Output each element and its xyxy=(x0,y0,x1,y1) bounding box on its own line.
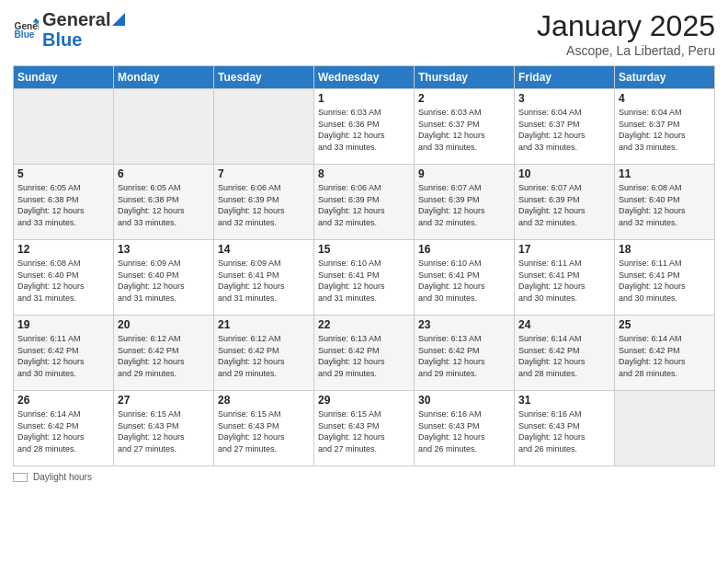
calendar-cell: 31Sunrise: 6:16 AM Sunset: 6:43 PM Dayli… xyxy=(515,391,615,466)
logo-triangle-icon xyxy=(112,13,125,26)
daylight-box-icon xyxy=(13,473,28,482)
day-info: Sunrise: 6:10 AM Sunset: 6:41 PM Dayligh… xyxy=(418,258,510,304)
calendar-cell: 24Sunrise: 6:14 AM Sunset: 6:42 PM Dayli… xyxy=(515,316,615,391)
calendar-cell: 18Sunrise: 6:11 AM Sunset: 6:41 PM Dayli… xyxy=(615,240,715,316)
svg-text:Blue: Blue xyxy=(15,29,35,40)
day-number: 17 xyxy=(518,243,610,256)
day-number: 7 xyxy=(218,167,310,180)
day-info: Sunrise: 6:13 AM Sunset: 6:42 PM Dayligh… xyxy=(418,333,510,379)
day-info: Sunrise: 6:15 AM Sunset: 6:43 PM Dayligh… xyxy=(118,408,210,454)
calendar-row: 5Sunrise: 6:05 AM Sunset: 6:38 PM Daylig… xyxy=(14,165,715,240)
day-number: 3 xyxy=(518,92,610,105)
logo: General Blue General Blue xyxy=(13,9,125,50)
day-info: Sunrise: 6:15 AM Sunset: 6:43 PM Dayligh… xyxy=(318,408,410,454)
calendar-cell xyxy=(114,89,214,165)
day-number: 2 xyxy=(418,92,510,105)
day-info: Sunrise: 6:05 AM Sunset: 6:38 PM Dayligh… xyxy=(118,182,210,228)
calendar-cell: 10Sunrise: 6:07 AM Sunset: 6:39 PM Dayli… xyxy=(515,165,615,240)
day-number: 10 xyxy=(518,167,610,180)
day-number: 12 xyxy=(17,243,109,256)
calendar-cell: 21Sunrise: 6:12 AM Sunset: 6:42 PM Dayli… xyxy=(214,316,314,391)
calendar-cell: 13Sunrise: 6:09 AM Sunset: 6:40 PM Dayli… xyxy=(114,240,214,316)
calendar-cell: 2Sunrise: 6:03 AM Sunset: 6:37 PM Daylig… xyxy=(415,89,515,165)
calendar-cell: 28Sunrise: 6:15 AM Sunset: 6:43 PM Dayli… xyxy=(214,391,314,466)
day-info: Sunrise: 6:04 AM Sunset: 6:37 PM Dayligh… xyxy=(619,107,711,153)
col-sunday: Sunday xyxy=(14,66,114,89)
calendar-row: 12Sunrise: 6:08 AM Sunset: 6:40 PM Dayli… xyxy=(14,240,715,316)
calendar-title: January 2025 xyxy=(537,9,715,43)
day-number: 9 xyxy=(418,167,510,180)
day-number: 14 xyxy=(218,243,310,256)
day-info: Sunrise: 6:07 AM Sunset: 6:39 PM Dayligh… xyxy=(518,182,610,228)
calendar-cell: 29Sunrise: 6:15 AM Sunset: 6:43 PM Dayli… xyxy=(314,391,415,466)
day-number: 23 xyxy=(418,318,510,331)
day-number: 26 xyxy=(17,394,109,407)
day-info: Sunrise: 6:10 AM Sunset: 6:41 PM Dayligh… xyxy=(318,258,410,304)
calendar-cell xyxy=(615,391,715,466)
day-number: 21 xyxy=(218,318,310,331)
calendar-cell: 5Sunrise: 6:05 AM Sunset: 6:38 PM Daylig… xyxy=(14,165,114,240)
svg-marker-4 xyxy=(112,13,125,26)
calendar-cell: 12Sunrise: 6:08 AM Sunset: 6:40 PM Dayli… xyxy=(14,240,114,316)
day-number: 5 xyxy=(17,167,109,180)
day-number: 13 xyxy=(118,243,210,256)
calendar-cell: 30Sunrise: 6:16 AM Sunset: 6:43 PM Dayli… xyxy=(415,391,515,466)
day-number: 22 xyxy=(318,318,410,331)
day-number: 24 xyxy=(518,318,610,331)
calendar-cell: 3Sunrise: 6:04 AM Sunset: 6:37 PM Daylig… xyxy=(515,89,615,165)
day-number: 15 xyxy=(318,243,410,256)
col-saturday: Saturday xyxy=(615,66,715,89)
calendar-cell: 20Sunrise: 6:12 AM Sunset: 6:42 PM Dayli… xyxy=(114,316,214,391)
day-info: Sunrise: 6:08 AM Sunset: 6:40 PM Dayligh… xyxy=(619,182,711,228)
calendar-row: 26Sunrise: 6:14 AM Sunset: 6:42 PM Dayli… xyxy=(14,391,715,466)
calendar-cell: 26Sunrise: 6:14 AM Sunset: 6:42 PM Dayli… xyxy=(14,391,114,466)
day-number: 1 xyxy=(318,92,410,105)
day-info: Sunrise: 6:12 AM Sunset: 6:42 PM Dayligh… xyxy=(118,333,210,379)
calendar-cell: 25Sunrise: 6:14 AM Sunset: 6:42 PM Dayli… xyxy=(615,316,715,391)
day-info: Sunrise: 6:05 AM Sunset: 6:38 PM Dayligh… xyxy=(17,182,109,228)
calendar-cell: 4Sunrise: 6:04 AM Sunset: 6:37 PM Daylig… xyxy=(615,89,715,165)
day-number: 11 xyxy=(619,167,711,180)
day-info: Sunrise: 6:13 AM Sunset: 6:42 PM Dayligh… xyxy=(318,333,410,379)
calendar-cell: 9Sunrise: 6:07 AM Sunset: 6:39 PM Daylig… xyxy=(415,165,515,240)
col-wednesday: Wednesday xyxy=(314,66,415,89)
day-number: 8 xyxy=(318,167,410,180)
footer: Daylight hours xyxy=(13,472,715,482)
calendar-row: 1Sunrise: 6:03 AM Sunset: 6:36 PM Daylig… xyxy=(14,89,715,165)
day-info: Sunrise: 6:06 AM Sunset: 6:39 PM Dayligh… xyxy=(318,182,410,228)
day-info: Sunrise: 6:11 AM Sunset: 6:41 PM Dayligh… xyxy=(518,258,610,304)
day-number: 18 xyxy=(619,243,711,256)
day-info: Sunrise: 6:11 AM Sunset: 6:41 PM Dayligh… xyxy=(619,258,711,304)
calendar-cell: 17Sunrise: 6:11 AM Sunset: 6:41 PM Dayli… xyxy=(515,240,615,316)
day-number: 28 xyxy=(218,394,310,407)
calendar-cell: 14Sunrise: 6:09 AM Sunset: 6:41 PM Dayli… xyxy=(214,240,314,316)
page: General Blue General Blue January 2025 A xyxy=(0,0,728,563)
day-info: Sunrise: 6:14 AM Sunset: 6:42 PM Dayligh… xyxy=(619,333,711,379)
day-number: 19 xyxy=(17,318,109,331)
col-thursday: Thursday xyxy=(415,66,515,89)
day-number: 31 xyxy=(518,394,610,407)
day-info: Sunrise: 6:16 AM Sunset: 6:43 PM Dayligh… xyxy=(418,408,510,454)
calendar-row: 19Sunrise: 6:11 AM Sunset: 6:42 PM Dayli… xyxy=(14,316,715,391)
daylight-label: Daylight hours xyxy=(33,472,92,482)
day-info: Sunrise: 6:06 AM Sunset: 6:39 PM Dayligh… xyxy=(218,182,310,228)
day-number: 20 xyxy=(118,318,210,331)
calendar-cell: 15Sunrise: 6:10 AM Sunset: 6:41 PM Dayli… xyxy=(314,240,415,316)
day-info: Sunrise: 6:12 AM Sunset: 6:42 PM Dayligh… xyxy=(218,333,310,379)
calendar-cell: 19Sunrise: 6:11 AM Sunset: 6:42 PM Dayli… xyxy=(14,316,114,391)
day-info: Sunrise: 6:14 AM Sunset: 6:42 PM Dayligh… xyxy=(17,408,109,454)
header-row: Sunday Monday Tuesday Wednesday Thursday… xyxy=(14,66,715,89)
day-info: Sunrise: 6:11 AM Sunset: 6:42 PM Dayligh… xyxy=(17,333,109,379)
day-info: Sunrise: 6:15 AM Sunset: 6:43 PM Dayligh… xyxy=(218,408,310,454)
day-info: Sunrise: 6:14 AM Sunset: 6:42 PM Dayligh… xyxy=(518,333,610,379)
day-number: 30 xyxy=(418,394,510,407)
calendar-cell: 16Sunrise: 6:10 AM Sunset: 6:41 PM Dayli… xyxy=(415,240,515,316)
day-info: Sunrise: 6:07 AM Sunset: 6:39 PM Dayligh… xyxy=(418,182,510,228)
calendar-cell: 1Sunrise: 6:03 AM Sunset: 6:36 PM Daylig… xyxy=(314,89,415,165)
day-info: Sunrise: 6:04 AM Sunset: 6:37 PM Dayligh… xyxy=(518,107,610,153)
day-info: Sunrise: 6:09 AM Sunset: 6:41 PM Dayligh… xyxy=(218,258,310,304)
day-number: 16 xyxy=(418,243,510,256)
calendar-cell: 8Sunrise: 6:06 AM Sunset: 6:39 PM Daylig… xyxy=(314,165,415,240)
day-info: Sunrise: 6:03 AM Sunset: 6:36 PM Dayligh… xyxy=(318,107,410,153)
day-number: 25 xyxy=(619,318,711,331)
